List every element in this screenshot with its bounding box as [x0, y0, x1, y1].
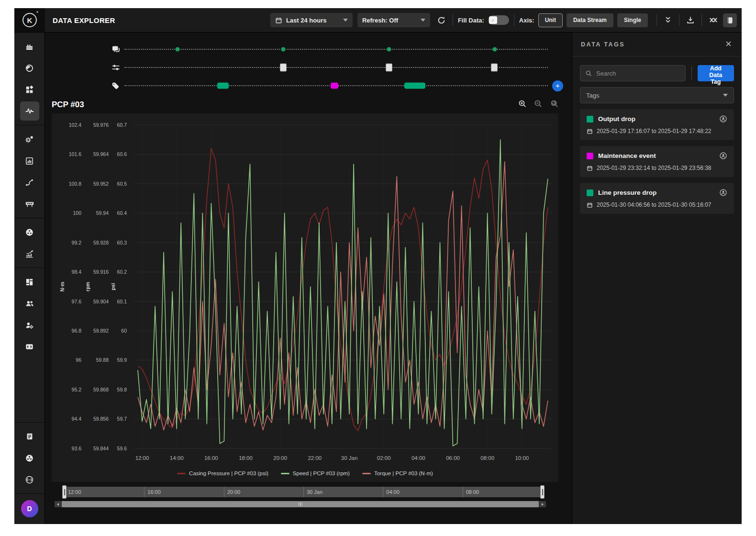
chip-icon	[25, 228, 34, 237]
barrier-icon	[25, 199, 34, 209]
panel-header: DATA TAGS	[572, 33, 742, 56]
sidebar-item-equipment[interactable]	[20, 37, 39, 56]
svg-text:10:00: 10:00	[515, 455, 529, 461]
svg-text:59.892: 59.892	[93, 328, 109, 334]
tag-card[interactable]: Output drop 2025-01-29 17:16:07 to 2025-…	[580, 109, 734, 140]
tags-filter-select[interactable]: Tags	[580, 87, 734, 103]
svg-text:59.868: 59.868	[93, 387, 109, 392]
collapse-all-button[interactable]	[662, 14, 674, 26]
logo-k-icon: K	[22, 13, 37, 27]
legend-item[interactable]: Torque | PCP #03 (N·m)	[362, 470, 433, 476]
svg-text:93.6: 93.6	[72, 446, 82, 451]
close-panel-button[interactable]	[724, 39, 733, 50]
sidebar-item-barrier[interactable]	[20, 194, 39, 213]
add-data-tag-button[interactable]: Add Data Tag	[698, 65, 734, 81]
navigator-section[interactable]: 08:00	[463, 487, 542, 497]
navigator-section[interactable]: 12:00	[65, 487, 144, 497]
axis-mode-single[interactable]: Single	[617, 13, 648, 27]
user-icon	[719, 152, 727, 160]
navigator-left-handle[interactable]	[62, 485, 67, 499]
legend-swatch	[177, 473, 186, 474]
report-button[interactable]	[723, 13, 737, 27]
navigator-section[interactable]: 30 Jan	[303, 487, 383, 497]
navigator-section[interactable]: 16:00	[144, 487, 223, 497]
tag-marker[interactable]	[217, 83, 229, 89]
navigator-section[interactable]: 20:00	[224, 487, 303, 497]
search-input[interactable]	[596, 70, 680, 77]
tag-name: Output drop	[598, 115, 635, 123]
close-icon	[725, 40, 732, 47]
horizontal-scrollbar[interactable]	[55, 501, 546, 507]
tag-date-range: 2025-01-29 17:16:07 to 2025-01-29 17:48:…	[597, 128, 712, 134]
comment-marker[interactable]	[176, 47, 179, 51]
legend-item[interactable]: Casing Pressure | PCP #03 (psi)	[177, 470, 268, 476]
download-button[interactable]	[684, 14, 697, 26]
axis-label: Axis:	[519, 17, 534, 24]
comment-marker[interactable]	[281, 47, 285, 51]
scroll-left-button[interactable]	[55, 501, 61, 507]
settings-marker[interactable]	[491, 64, 498, 72]
sidebar-item-chip[interactable]	[20, 223, 39, 242]
svg-text:101.6: 101.6	[69, 151, 81, 157]
tag-card[interactable]: Maintenance event 2025-01-29 23:32:14 to…	[580, 146, 734, 177]
add-tag-plus-button[interactable]: +	[552, 80, 563, 91]
scrollbar-thumb[interactable]	[62, 501, 539, 507]
sidebar-item-activity[interactable]	[20, 101, 39, 121]
user-icon	[719, 115, 727, 123]
sidebar-item-trend[interactable]	[20, 244, 39, 263]
settings-marker[interactable]	[280, 64, 287, 72]
compare-trends-button[interactable]	[707, 13, 720, 27]
sidebar-item-chart-bar[interactable]	[20, 151, 39, 170]
navigator-right-handle[interactable]	[540, 485, 545, 499]
tag-card[interactable]: Line pressure drop 2025-01-30 04:06:56 t…	[580, 183, 734, 214]
scroll-right-button[interactable]	[539, 501, 546, 507]
logo[interactable]: K	[14, 8, 45, 32]
fill-data-toggle[interactable]	[488, 15, 509, 25]
users-icon	[25, 299, 34, 308]
sidebar-item-route[interactable]	[20, 173, 39, 192]
sidebar-item-users[interactable]	[20, 294, 39, 313]
calendar-icon	[587, 202, 593, 208]
user-avatar[interactable]: D	[21, 500, 38, 517]
sidebar-item-widgets[interactable]	[20, 80, 39, 99]
circle-track	[111, 40, 548, 58]
time-navigator[interactable]: 12:0016:0020:0030 Jan04:0008:00	[65, 487, 542, 497]
activity-icon	[25, 106, 34, 116]
main-content: + PCP #03 12:0014:0016:0018:0020:0022:	[45, 33, 572, 524]
svg-text:59.8: 59.8	[117, 387, 127, 392]
refresh-select[interactable]: Refresh: Off	[357, 13, 430, 27]
tag-marker[interactable]	[404, 83, 425, 89]
timeseries-chart[interactable]: 12:0014:0016:0018:0020:0022:0030 Jan02:0…	[52, 113, 558, 467]
legend-item[interactable]: Speed | PCP #03 (rpm)	[281, 470, 350, 476]
sidebar-item-reel[interactable]	[20, 448, 39, 468]
data-tags-panel: DATA TAGS Add Data Tag Tags	[572, 33, 742, 524]
time-range-select[interactable]: Last 24 hours	[270, 13, 353, 27]
sidebar-item-document[interactable]	[20, 427, 39, 446]
sidebar-item-dashboard[interactable]	[20, 272, 39, 291]
svg-text:96: 96	[76, 357, 81, 363]
tag-search	[580, 65, 686, 81]
svg-text:60.6: 60.6	[117, 151, 127, 157]
comment-marker[interactable]	[493, 47, 497, 51]
svg-text:60.1: 60.1	[117, 299, 127, 304]
comment-marker[interactable]	[387, 47, 391, 51]
navigator-section[interactable]: 04:00	[383, 487, 462, 497]
axis-mode-unit[interactable]: Unit	[538, 13, 563, 27]
zoom-out-button[interactable]	[534, 100, 543, 110]
tag-marker[interactable]	[331, 83, 338, 89]
settings-marker[interactable]	[386, 64, 392, 72]
svg-text:60.3: 60.3	[117, 240, 127, 246]
refresh-button[interactable]	[435, 14, 448, 27]
zoom-reset-button[interactable]	[550, 100, 558, 110]
sidebar-item-user-settings[interactable]	[20, 315, 39, 335]
sidebar-item-globe[interactable]	[20, 58, 39, 78]
series-casing-pressure	[138, 148, 548, 431]
axis-mode-data-stream[interactable]: Data Stream	[567, 13, 613, 27]
tag-name: Line pressure drop	[598, 189, 656, 196]
sidebar-item-code[interactable]	[20, 337, 39, 356]
tag-color-swatch	[587, 153, 593, 159]
zoom-in-button[interactable]	[518, 100, 527, 110]
sidebar-item-api[interactable]	[20, 470, 39, 489]
svg-text:59.94: 59.94	[96, 210, 109, 216]
sidebar-item-gear-panel[interactable]	[20, 130, 39, 149]
